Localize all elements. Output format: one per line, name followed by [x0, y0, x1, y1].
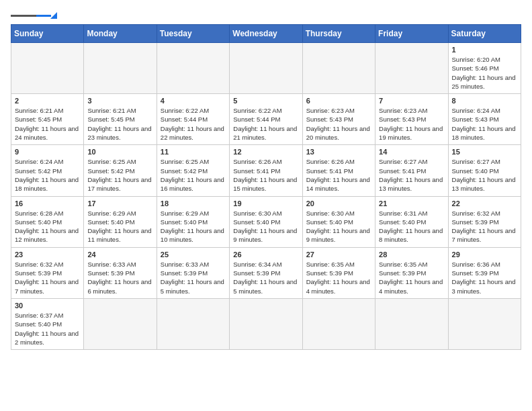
weekday-header-saturday: Saturday [448, 25, 521, 43]
day-info: Sunrise: 6:28 AMSunset: 5:40 PMDaylight:… [15, 209, 80, 244]
calendar-cell-empty-0 [11, 43, 84, 94]
day-info: Sunrise: 6:23 AMSunset: 5:43 PMDaylight:… [379, 106, 444, 142]
calendar-cell-empty-41 [448, 298, 521, 349]
weekday-header-monday: Monday [84, 25, 157, 43]
calendar-cell-empty-4 [302, 43, 375, 94]
day-info: Sunrise: 6:21 AMSunset: 5:45 PMDaylight:… [87, 106, 152, 142]
calendar-row-2: 9Sunrise: 6:24 AMSunset: 5:42 PMDaylight… [11, 145, 521, 196]
weekday-header-tuesday: Tuesday [157, 25, 229, 43]
day-info: Sunrise: 6:31 AMSunset: 5:40 PMDaylight:… [379, 209, 444, 244]
day-number: 24 [87, 250, 152, 259]
day-number: 27 [306, 250, 371, 259]
day-number: 21 [379, 199, 444, 208]
calendar-cell-3: 3Sunrise: 6:21 AMSunset: 5:45 PMDaylight… [84, 94, 157, 145]
calendar-cell-empty-40 [375, 298, 448, 349]
day-info: Sunrise: 6:30 AMSunset: 5:40 PMDaylight:… [306, 209, 371, 244]
calendar-cell-19: 19Sunrise: 6:30 AMSunset: 5:40 PMDayligh… [230, 196, 302, 247]
day-info: Sunrise: 6:23 AMSunset: 5:43 PMDaylight:… [306, 106, 371, 142]
calendar-cell-empty-2 [157, 43, 229, 94]
day-number: 18 [161, 199, 226, 208]
day-info: Sunrise: 6:34 AMSunset: 5:39 PMDaylight:… [233, 260, 298, 295]
calendar-cell-5: 5Sunrise: 6:22 AMSunset: 5:44 PMDaylight… [230, 94, 302, 145]
day-number: 10 [87, 148, 152, 156]
day-number: 29 [452, 250, 517, 259]
day-number: 7 [379, 97, 444, 105]
day-info: Sunrise: 6:27 AMSunset: 5:40 PMDaylight:… [452, 157, 517, 193]
day-number: 15 [452, 148, 517, 156]
calendar-cell-1: 1Sunrise: 6:20 AMSunset: 5:46 PMDaylight… [448, 43, 521, 94]
day-number: 3 [87, 97, 152, 105]
weekday-header-sunday: Sunday [11, 25, 84, 43]
day-info: Sunrise: 6:21 AMSunset: 5:45 PMDaylight:… [15, 106, 80, 142]
calendar-cell-15: 15Sunrise: 6:27 AMSunset: 5:40 PMDayligh… [448, 145, 521, 196]
weekday-header-thursday: Thursday [302, 25, 375, 43]
day-info: Sunrise: 6:32 AMSunset: 5:39 PMDaylight:… [15, 260, 80, 295]
calendar-cell-empty-36 [84, 298, 157, 349]
day-number: 13 [306, 148, 371, 156]
calendar-cell-4: 4Sunrise: 6:22 AMSunset: 5:44 PMDaylight… [157, 94, 229, 145]
day-info: Sunrise: 6:24 AMSunset: 5:42 PMDaylight:… [15, 157, 80, 193]
calendar-cell-11: 11Sunrise: 6:25 AMSunset: 5:42 PMDayligh… [157, 145, 229, 196]
calendar-cell-21: 21Sunrise: 6:31 AMSunset: 5:40 PMDayligh… [375, 196, 448, 247]
day-number: 17 [87, 199, 152, 208]
calendar-cell-30: 30Sunrise: 6:37 AMSunset: 5:40 PMDayligh… [11, 298, 84, 349]
calendar-cell-14: 14Sunrise: 6:27 AMSunset: 5:41 PMDayligh… [375, 145, 448, 196]
day-number: 22 [452, 199, 517, 208]
day-number: 2 [15, 97, 80, 105]
day-number: 25 [161, 250, 226, 259]
calendar-cell-10: 10Sunrise: 6:25 AMSunset: 5:42 PMDayligh… [84, 145, 157, 196]
calendar-cell-17: 17Sunrise: 6:29 AMSunset: 5:40 PMDayligh… [84, 196, 157, 247]
day-number: 11 [161, 148, 226, 156]
day-info: Sunrise: 6:32 AMSunset: 5:39 PMDaylight:… [452, 209, 517, 244]
calendar-cell-28: 28Sunrise: 6:35 AMSunset: 5:39 PMDayligh… [375, 247, 448, 298]
day-number: 26 [233, 250, 298, 259]
day-info: Sunrise: 6:35 AMSunset: 5:39 PMDaylight:… [306, 260, 371, 295]
calendar-cell-13: 13Sunrise: 6:26 AMSunset: 5:41 PMDayligh… [302, 145, 375, 196]
calendar-row-0: 1Sunrise: 6:20 AMSunset: 5:46 PMDaylight… [11, 43, 521, 94]
day-number: 30 [15, 302, 80, 310]
weekday-header-friday: Friday [375, 25, 448, 43]
day-number: 8 [452, 97, 517, 105]
calendar-cell-9: 9Sunrise: 6:24 AMSunset: 5:42 PMDaylight… [11, 145, 84, 196]
calendar-row-5: 30Sunrise: 6:37 AMSunset: 5:40 PMDayligh… [11, 298, 521, 349]
calendar-cell-20: 20Sunrise: 6:30 AMSunset: 5:40 PMDayligh… [302, 196, 375, 247]
day-number: 9 [15, 148, 80, 156]
calendar-row-4: 23Sunrise: 6:32 AMSunset: 5:39 PMDayligh… [11, 247, 521, 298]
day-number: 20 [306, 199, 371, 208]
day-number: 6 [306, 97, 371, 105]
calendar-cell-27: 27Sunrise: 6:35 AMSunset: 5:39 PMDayligh… [302, 247, 375, 298]
day-info: Sunrise: 6:22 AMSunset: 5:44 PMDaylight:… [233, 106, 298, 142]
day-number: 1 [452, 46, 517, 54]
calendar-cell-23: 23Sunrise: 6:32 AMSunset: 5:39 PMDayligh… [11, 247, 84, 298]
day-info: Sunrise: 6:29 AMSunset: 5:40 PMDaylight:… [87, 209, 152, 244]
header [11, 11, 521, 19]
calendar-row-1: 2Sunrise: 6:21 AMSunset: 5:45 PMDaylight… [11, 94, 521, 145]
calendar-cell-26: 26Sunrise: 6:34 AMSunset: 5:39 PMDayligh… [230, 247, 302, 298]
day-info: Sunrise: 6:35 AMSunset: 5:39 PMDaylight:… [379, 260, 444, 295]
weekday-header-row: SundayMondayTuesdayWednesdayThursdayFrid… [11, 25, 521, 43]
day-info: Sunrise: 6:24 AMSunset: 5:43 PMDaylight:… [452, 106, 517, 142]
calendar: SundayMondayTuesdayWednesdayThursdayFrid… [11, 24, 521, 350]
calendar-cell-empty-37 [157, 298, 229, 349]
day-number: 12 [233, 148, 298, 156]
day-number: 16 [15, 199, 80, 208]
calendar-cell-29: 29Sunrise: 6:36 AMSunset: 5:39 PMDayligh… [448, 247, 521, 298]
day-info: Sunrise: 6:27 AMSunset: 5:41 PMDaylight:… [379, 157, 444, 193]
day-info: Sunrise: 6:25 AMSunset: 5:42 PMDaylight:… [161, 157, 226, 193]
logo [11, 11, 57, 19]
calendar-cell-empty-38 [230, 298, 302, 349]
calendar-cell-empty-5 [375, 43, 448, 94]
calendar-row-3: 16Sunrise: 6:28 AMSunset: 5:40 PMDayligh… [11, 196, 521, 247]
calendar-cell-25: 25Sunrise: 6:33 AMSunset: 5:39 PMDayligh… [157, 247, 229, 298]
day-info: Sunrise: 6:26 AMSunset: 5:41 PMDaylight:… [233, 157, 298, 193]
day-info: Sunrise: 6:33 AMSunset: 5:39 PMDaylight:… [161, 260, 226, 295]
day-number: 19 [233, 199, 298, 208]
day-info: Sunrise: 6:25 AMSunset: 5:42 PMDaylight:… [87, 157, 152, 193]
calendar-cell-12: 12Sunrise: 6:26 AMSunset: 5:41 PMDayligh… [230, 145, 302, 196]
calendar-cell-empty-39 [302, 298, 375, 349]
calendar-cell-6: 6Sunrise: 6:23 AMSunset: 5:43 PMDaylight… [302, 94, 375, 145]
day-info: Sunrise: 6:36 AMSunset: 5:39 PMDaylight:… [452, 260, 517, 295]
day-info: Sunrise: 6:37 AMSunset: 5:40 PMDaylight:… [15, 311, 80, 347]
calendar-cell-7: 7Sunrise: 6:23 AMSunset: 5:43 PMDaylight… [375, 94, 448, 145]
day-info: Sunrise: 6:22 AMSunset: 5:44 PMDaylight:… [161, 106, 226, 142]
